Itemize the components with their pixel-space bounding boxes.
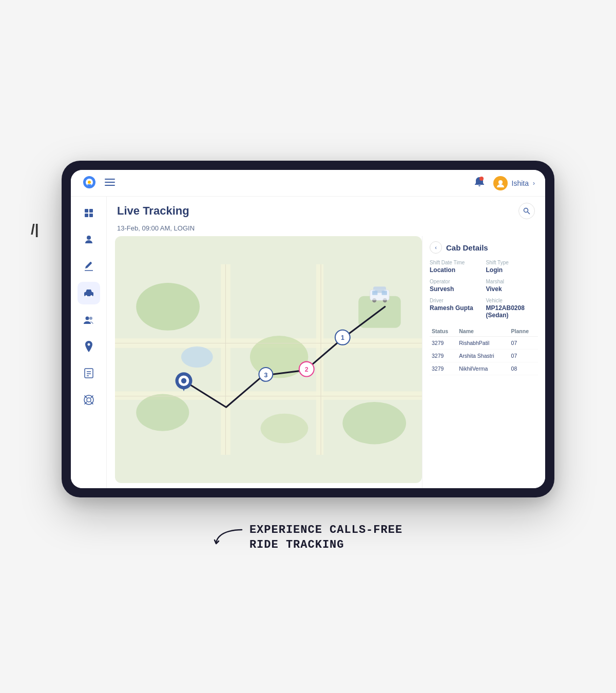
driver-cell: Driver Ramesh Gupta [430,298,482,319]
shift-type-cell: Shift Type Login [486,260,538,274]
col-status: Status [430,326,457,337]
driver-label: Driver [430,298,482,303]
cab-details-header: ‹ Cab Details [430,241,538,254]
svg-point-25 [87,398,91,402]
main-content: Live Tracking 13-Feb, 09:00 AM, LOGIN [71,197,545,488]
tablet-inner: Ishita › [71,170,545,488]
cell-name: RishabhPatil [457,337,509,350]
sidebar-item-support[interactable] [78,389,100,411]
svg-point-7 [479,177,484,181]
svg-point-3 [88,181,91,184]
vehicle-value: MP12AB0208 (Sedan) [486,304,538,319]
marshal-label: Marshal [486,279,538,284]
passengers-table: Status Name Planne 3279RishabhPatil07327… [430,326,538,375]
col-planned: Planne [509,326,538,337]
tablet-wrapper: /| [62,161,554,497]
svg-line-31 [528,212,530,215]
svg-rect-11 [85,214,88,217]
map-area: 1 2 3 [115,236,422,483]
sidebar-item-car[interactable] [78,282,100,304]
top-bar-right: Ishita › [474,176,535,190]
driver-value: Ramesh Gupta [430,304,482,312]
svg-point-37 [136,283,200,331]
sidebar-item-reports[interactable] [78,362,100,384]
sidebar-item-dashboard[interactable] [78,202,100,224]
top-bar: Ishita › [71,170,545,197]
svg-text:1: 1 [341,335,344,342]
cell-planned: 07 [509,337,538,350]
svg-point-17 [90,295,92,297]
cell-status: 3279 [430,337,457,350]
svg-point-42 [261,414,309,444]
page-area: Live Tracking 13-Feb, 09:00 AM, LOGIN [107,197,545,488]
shift-date-time-cell: Shift Date Time Location [430,260,482,274]
svg-rect-9 [85,209,88,213]
cell-name: NikhilVerma [457,362,509,375]
cab-info-grid: Shift Date Time Location Shift Type Logi… [430,260,538,319]
content-split: 1 2 3 [107,236,545,488]
svg-rect-4 [105,179,115,180]
vehicle-label: Vehicle [486,298,538,303]
sidebar-item-location[interactable] [78,335,100,358]
search-button[interactable] [518,203,535,219]
shift-type-label: Shift Type [486,260,538,265]
svg-point-18 [85,317,89,320]
user-area[interactable]: Ishita › [493,176,535,190]
map-svg: 1 2 3 [115,236,422,483]
tablet-outer: Ishita › [62,161,554,497]
chevron-right-icon: › [533,180,535,187]
cell-status: 3279 [430,350,457,362]
shift-type-value: Login [486,266,538,274]
svg-point-8 [498,180,503,184]
table-row: 3279NikhilVerma08 [430,362,538,375]
svg-rect-6 [105,185,115,186]
svg-point-40 [136,394,189,431]
col-name: Name [457,326,509,337]
sidebar-item-group[interactable] [78,309,100,331]
spark-decoration: /| [31,222,39,237]
svg-rect-63 [382,291,387,295]
avatar [493,176,508,190]
svg-rect-20 [85,369,93,378]
back-button[interactable]: ‹ [430,241,442,254]
operator-cell: Operator Survesh [430,279,482,293]
cell-name: Arshita Shastri [457,350,509,362]
logo-area [81,175,115,191]
svg-point-16 [85,295,87,297]
svg-rect-12 [89,214,93,217]
cab-details-panel: ‹ Cab Details Shift Date Time Location S… [422,236,545,488]
svg-point-56 [181,378,186,383]
sidebar-item-edit[interactable] [78,255,100,278]
svg-rect-39 [358,296,400,328]
sidebar-item-person[interactable] [78,228,100,251]
promo-line2: RIDE TRACKING [249,538,402,553]
page-title: Live Tracking [117,204,189,218]
arrow-icon [214,527,244,548]
shift-dt-label: Shift Date Time [430,260,482,265]
shift-dt-value: Location [430,266,482,274]
cab-details-title: Cab Details [446,243,488,252]
cell-planned: 08 [509,362,538,375]
svg-text:2: 2 [305,367,309,374]
sidebar [71,197,107,488]
svg-point-47 [181,346,213,368]
cell-planned: 07 [509,350,538,362]
svg-rect-5 [105,182,115,183]
svg-point-41 [342,402,406,444]
table-row: 3279RishabhPatil07 [430,337,538,350]
bell-icon[interactable] [474,176,485,190]
svg-point-13 [87,236,91,240]
svg-rect-62 [372,291,377,295]
operator-value: Survesh [430,285,482,293]
logo-icon [81,175,98,191]
svg-rect-10 [89,209,93,213]
date-bar: 13-Feb, 09:00 AM, LOGIN [107,222,545,236]
vehicle-cell: Vehicle MP12AB0208 (Sedan) [486,298,538,319]
marshal-cell: Marshal Vivek [486,279,538,293]
svg-point-19 [89,317,92,320]
date-text: 13-Feb, 09:00 AM, LOGIN [117,224,195,232]
user-name-label: Ishita [512,179,529,187]
table-row: 3279Arshita Shastri07 [430,350,538,362]
svg-text:3: 3 [264,372,267,379]
hamburger-menu[interactable] [105,178,115,188]
